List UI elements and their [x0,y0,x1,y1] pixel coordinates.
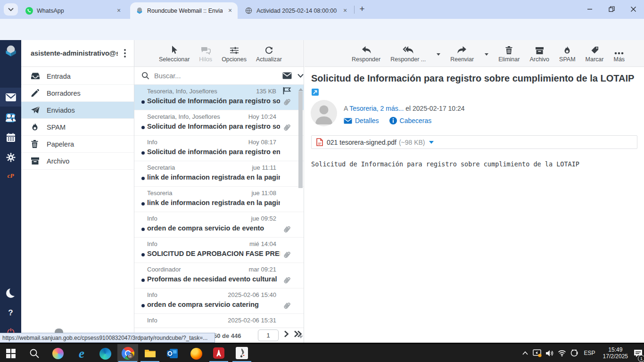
cast-status-icon[interactable] [531,346,544,360]
mark-label: Marcar [586,56,604,63]
message-subject: Proformas de necesidad evento cultural [147,275,280,283]
message-row[interactable]: Info mié 14:04 SOLICITUD DE APROBACION F… [134,238,304,263]
outlook-icon[interactable] [165,346,180,361]
select-button[interactable]: Seleccionar [159,44,190,63]
start-button[interactable] [4,346,18,361]
more-recipients-link[interactable]: 2 más... [380,105,404,112]
account-menu-icon[interactable] [124,49,126,58]
message-meta: Info Hoy 08:17 [147,139,276,146]
java-app-icon[interactable] [231,344,252,362]
folder-borradores[interactable]: Borradores [21,85,134,102]
message-row[interactable]: Tesoreria, Info, Joseflores 135 KB Solic… [134,85,304,110]
archive-button[interactable]: Archivo [529,44,549,63]
message-row[interactable]: Secretaria jue 11:11 link de informacion… [134,161,304,187]
message-row[interactable]: Secretaria, Info, Joseflores Hoy 10:24 S… [134,110,304,136]
help-icon[interactable]: ? [0,303,21,323]
sender-avatar [311,100,337,126]
search-options-chevron-icon[interactable] [297,74,304,78]
message-row[interactable]: Info 2025-02-06 15:40 orden de compra se… [134,288,304,314]
options-button[interactable]: Opciones [222,44,247,63]
firefox-icon[interactable] [189,346,203,361]
taskbar-search-icon[interactable] [27,346,41,361]
scroll-down-arrow[interactable] [298,336,303,341]
flame-icon [563,44,571,55]
search-input[interactable] [154,72,267,80]
search-scope-mail-icon[interactable] [282,72,292,79]
reply-button[interactable]: Responder [352,44,380,63]
tab-close-icon[interactable]: × [226,7,234,15]
open-in-new-window-icon[interactable] [312,89,319,96]
message-date: 135 KB [256,88,276,95]
tab-search-button[interactable] [4,3,18,16]
attachment-menu-caret-icon[interactable] [429,141,434,146]
tab-roundcube[interactable]: Roundcube Webmail :: Enviados × [130,2,238,19]
delete-button[interactable]: Eliminar [498,44,520,63]
folder-papelera[interactable]: Papelera [21,136,134,153]
next-page-icon[interactable] [283,330,289,337]
folder-enviados[interactable]: Enviados [21,102,134,119]
folder-archivo[interactable]: Archivo [21,153,134,170]
message-from: Info [147,139,245,146]
tray-chevron-icon[interactable] [519,346,531,360]
tab-close-icon[interactable]: × [341,7,349,15]
message-date: Hoy 10:24 [248,113,276,120]
refresh-list-button[interactable]: Actualizar [256,44,282,63]
volume-icon[interactable] [544,346,556,360]
mark-button[interactable]: Marcar [586,44,604,63]
reply-all-caret-icon[interactable] [437,53,440,58]
flag-icon[interactable] [282,87,291,95]
file-explorer-icon[interactable] [140,344,160,362]
more-button[interactable]: Más [613,44,625,63]
language-indicator[interactable]: ESP [580,350,599,356]
dark-mode-moon-icon[interactable] [0,283,21,304]
refresh-arrows-icon [264,44,273,55]
tab-close-icon[interactable]: × [115,7,123,15]
tab-actividad[interactable]: Actividad 2025-02-14 08:00:00 × [239,2,353,19]
mail-nav-icon[interactable] [0,88,21,107]
reply-all-button[interactable]: Responder ... [390,44,426,63]
tab-whatsapp[interactable]: WhatsApp × [20,2,126,19]
folder-entrada[interactable]: Entrada [21,68,134,85]
message-row[interactable]: Tesoreria jue 11:08 link de informacion … [134,187,304,212]
wifi-icon[interactable] [556,346,568,360]
recipient-link[interactable]: Tesoreria, [349,105,378,112]
chrome-profile-badge: G [127,353,133,359]
scroll-up-arrow[interactable] [298,86,303,91]
copilot-icon[interactable] [51,346,65,361]
edge-icon[interactable] [98,346,112,361]
calendar-icon[interactable] [0,127,21,148]
internet-explorer-icon[interactable]: e [74,346,89,361]
details-toggle[interactable]: Detalles [344,117,379,124]
scrollbar-thumb[interactable] [298,91,303,188]
attachment-row[interactable]: 021 tesorera-signed.pdf (~98 KB) [311,135,637,149]
close-button[interactable] [622,0,644,18]
spam-button[interactable]: SPAM [559,44,576,63]
contacts-icon[interactable] [0,107,21,128]
new-tab-button[interactable]: + [356,4,368,15]
threads-button[interactable]: Hilos [199,44,212,63]
action-center-icon[interactable]: 1 [632,346,644,360]
message-row[interactable]: Info jue 09:52 orden de compra servicio … [134,212,304,238]
clock[interactable]: 15:49 17/2/2025 [599,346,632,360]
acrobat-icon[interactable] [208,344,229,362]
forward-caret-icon[interactable] [485,53,488,58]
list-scrollbar[interactable] [297,86,303,343]
meet-now-icon[interactable] [568,346,580,360]
minimize-button[interactable] [579,0,601,18]
taskbar-chrome-icon[interactable]: G [117,344,138,362]
cpanel-icon[interactable]: cP [0,165,21,186]
folder-label: Enviados [47,107,75,114]
restore-button[interactable] [601,0,622,18]
headers-toggle[interactable]: Cabeceras [389,117,432,124]
page-number-input[interactable] [258,329,279,341]
forward-button[interactable]: Reenviar [450,44,474,63]
message-row[interactable]: Info Hoy 08:17 Solicitud de información … [134,136,304,161]
folder-spam[interactable]: SPAM [21,119,134,136]
window-controls [579,0,644,18]
app-rail: cP ? [0,40,21,343]
unread-dot [141,126,145,129]
settings-gear-icon[interactable] [0,147,21,168]
message-row[interactable]: Coordinador mar 09:21 Proformas de neces… [134,263,304,288]
attachment-filename[interactable]: 021 tesorera-signed.pdf [327,139,396,146]
folder-label: Borradores [47,90,81,97]
